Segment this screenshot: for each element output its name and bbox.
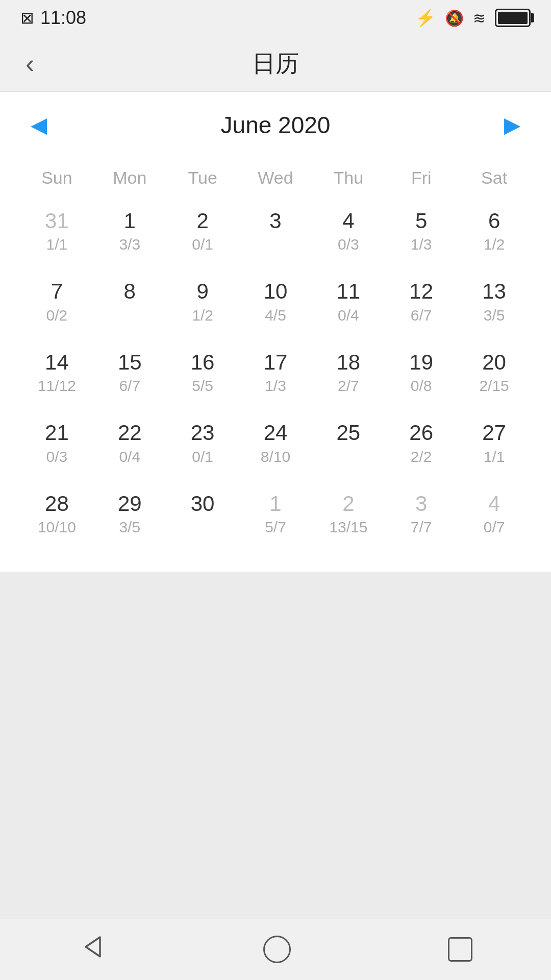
cell-sub: 1/1 bbox=[458, 448, 531, 465]
cell-sub: 0/4 bbox=[93, 448, 166, 465]
cell-sub: 7/7 bbox=[385, 519, 458, 536]
calendar-cell[interactable]: 213/15 bbox=[312, 481, 385, 551]
sim-icon: ⊠ bbox=[20, 8, 34, 28]
cell-date: 15 bbox=[93, 350, 166, 375]
calendar-cell[interactable]: 37/7 bbox=[385, 481, 458, 551]
next-month-button[interactable]: ▶ bbox=[494, 107, 531, 142]
bluetooth-icon: ⚡ bbox=[415, 8, 436, 28]
cell-date: 4 bbox=[458, 491, 531, 517]
cell-sub: 1/3 bbox=[239, 377, 312, 395]
calendar-cell[interactable]: 25 bbox=[312, 410, 385, 480]
cell-date: 10 bbox=[239, 279, 312, 304]
cell-date: 9 bbox=[166, 279, 239, 304]
calendar-grid: 311/113/320/1340/351/361/270/2891/2104/5… bbox=[20, 198, 531, 551]
cell-date: 22 bbox=[93, 420, 166, 446]
cell-sub: 1/3 bbox=[385, 236, 458, 253]
calendar-cell[interactable]: 91/2 bbox=[166, 268, 239, 339]
calendar-cell[interactable]: 40/3 bbox=[312, 198, 385, 268]
calendar-cell[interactable]: 8 bbox=[93, 268, 166, 339]
calendar-cell[interactable]: 190/8 bbox=[385, 339, 458, 410]
cell-date: 26 bbox=[385, 420, 458, 446]
cell-sub: 3/5 bbox=[458, 307, 531, 324]
cell-date: 27 bbox=[458, 420, 531, 446]
calendar-cell[interactable]: 13/3 bbox=[93, 198, 166, 268]
cell-date: 16 bbox=[166, 350, 239, 375]
cell-date: 17 bbox=[239, 350, 312, 375]
cell-date: 30 bbox=[166, 491, 239, 517]
cell-date: 18 bbox=[312, 350, 385, 375]
calendar-cell[interactable]: 15/7 bbox=[239, 481, 312, 551]
day-header-fri: Fri bbox=[385, 163, 458, 193]
calendar-cell[interactable]: 202/15 bbox=[458, 339, 531, 410]
cell-sub: 5/7 bbox=[239, 519, 312, 536]
alarm-icon: 🔕 bbox=[445, 9, 464, 27]
cell-sub: 1/1 bbox=[20, 236, 93, 253]
calendar-container: ◀ June 2020 ▶ Sun Mon Tue Wed Thu Fri Sa… bbox=[0, 92, 551, 572]
cell-sub: 0/1 bbox=[166, 448, 239, 465]
back-nav-button[interactable] bbox=[63, 928, 121, 971]
cell-date: 11 bbox=[312, 279, 385, 304]
cell-sub: 5/5 bbox=[166, 377, 239, 395]
wifi-icon: ≋ bbox=[473, 9, 486, 27]
calendar-cell[interactable]: 61/2 bbox=[458, 198, 531, 268]
status-bar: ⊠ 11:08 ⚡ 🔕 ≋ bbox=[0, 0, 551, 36]
cell-date: 20 bbox=[458, 350, 531, 375]
calendar-cell[interactable]: 311/1 bbox=[20, 198, 93, 268]
day-header-mon: Mon bbox=[93, 163, 166, 193]
calendar-cell[interactable]: 51/3 bbox=[385, 198, 458, 268]
calendar-cell[interactable]: 20/1 bbox=[166, 198, 239, 268]
home-nav-button[interactable] bbox=[248, 930, 306, 968]
battery-fill bbox=[498, 12, 528, 24]
calendar-cell[interactable]: 126/7 bbox=[385, 268, 458, 339]
calendar-cell[interactable]: 40/7 bbox=[458, 481, 531, 551]
calendar-cell[interactable]: 210/3 bbox=[20, 410, 93, 480]
cell-sub: 3/3 bbox=[93, 236, 166, 253]
cell-sub: 0/8 bbox=[385, 377, 458, 395]
day-header-thu: Thu bbox=[312, 163, 385, 193]
calendar-cell[interactable]: 271/1 bbox=[458, 410, 531, 480]
cell-sub: 13/15 bbox=[312, 519, 385, 536]
cell-date: 5 bbox=[385, 208, 458, 234]
back-button[interactable]: ‹ bbox=[20, 43, 39, 84]
cell-sub: 1/2 bbox=[458, 236, 531, 253]
calendar-cell[interactable]: 133/5 bbox=[458, 268, 531, 339]
cell-sub: 2/2 bbox=[385, 448, 458, 465]
cell-date: 31 bbox=[20, 208, 93, 234]
cell-sub: 1/2 bbox=[166, 307, 239, 324]
cell-sub: 2/7 bbox=[312, 377, 385, 395]
cell-sub: 4/5 bbox=[239, 307, 312, 324]
calendar-cell[interactable]: 262/2 bbox=[385, 410, 458, 480]
calendar-cell[interactable]: 171/3 bbox=[239, 339, 312, 410]
cell-date: 1 bbox=[239, 491, 312, 517]
cell-sub: 0/3 bbox=[312, 236, 385, 253]
calendar-cell[interactable]: 156/7 bbox=[93, 339, 166, 410]
cell-sub: 2/15 bbox=[458, 377, 531, 395]
calendar-cell[interactable]: 182/7 bbox=[312, 339, 385, 410]
calendar-cell[interactable]: 2810/10 bbox=[20, 481, 93, 551]
cell-date: 25 bbox=[312, 420, 385, 446]
cell-date: 29 bbox=[93, 491, 166, 517]
cell-sub: 3/5 bbox=[93, 519, 166, 536]
cell-date: 21 bbox=[20, 420, 93, 446]
calendar-cell[interactable]: 3 bbox=[239, 198, 312, 268]
day-header-tue: Tue bbox=[166, 163, 239, 193]
calendar-cell[interactable]: 293/5 bbox=[93, 481, 166, 551]
calendar-cell[interactable]: 248/10 bbox=[239, 410, 312, 480]
cell-sub: 6/7 bbox=[385, 307, 458, 324]
calendar-cell[interactable]: 30 bbox=[166, 481, 239, 551]
calendar-cell[interactable]: 110/4 bbox=[312, 268, 385, 339]
calendar-cell[interactable]: 165/5 bbox=[166, 339, 239, 410]
calendar-cell[interactable]: 1411/12 bbox=[20, 339, 93, 410]
prev-month-button[interactable]: ◀ bbox=[20, 107, 57, 142]
calendar-cell[interactable]: 70/2 bbox=[20, 268, 93, 339]
cell-date: 7 bbox=[20, 279, 93, 304]
calendar-cell[interactable]: 104/5 bbox=[239, 268, 312, 339]
cell-sub: 11/12 bbox=[20, 377, 93, 395]
calendar-cell[interactable]: 220/4 bbox=[93, 410, 166, 480]
day-header-wed: Wed bbox=[239, 163, 312, 193]
cell-sub: 8/10 bbox=[239, 448, 312, 465]
page-title: 日历 bbox=[252, 48, 299, 80]
nav-bar bbox=[0, 919, 551, 980]
calendar-cell[interactable]: 230/1 bbox=[166, 410, 239, 480]
recents-nav-button[interactable] bbox=[433, 932, 488, 967]
